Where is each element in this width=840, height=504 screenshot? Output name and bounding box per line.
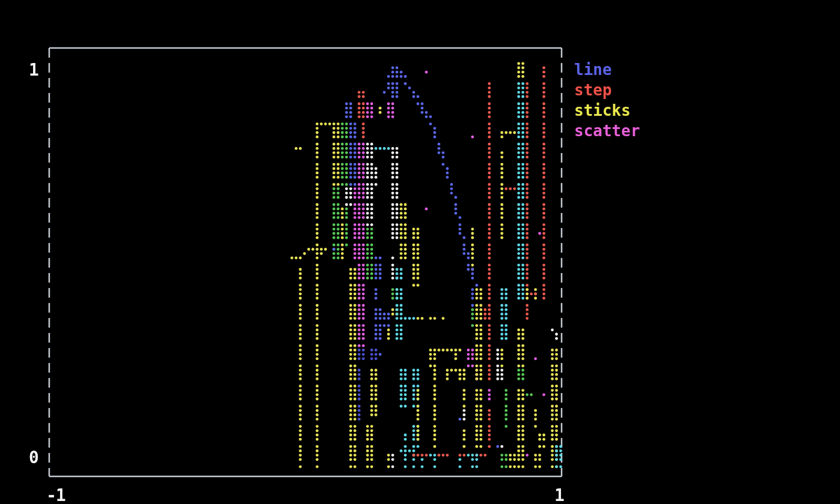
legend: line step sticks scatter bbox=[574, 59, 640, 141]
legend-item-line: line bbox=[574, 59, 640, 80]
y-axis-tick-1: 1 bbox=[29, 60, 38, 80]
plot-canvas bbox=[0, 0, 840, 504]
x-axis-tick-neg1: -1 bbox=[46, 485, 65, 504]
x-axis-tick-1: 1 bbox=[554, 485, 564, 504]
legend-item-scatter: scatter bbox=[574, 121, 640, 141]
terminal-plot-screen: 1 0 -1 1 line step sticks scatter bbox=[0, 0, 840, 504]
legend-item-sticks: sticks bbox=[574, 100, 640, 121]
legend-item-step: step bbox=[574, 80, 640, 100]
y-axis-tick-0: 0 bbox=[29, 448, 38, 467]
